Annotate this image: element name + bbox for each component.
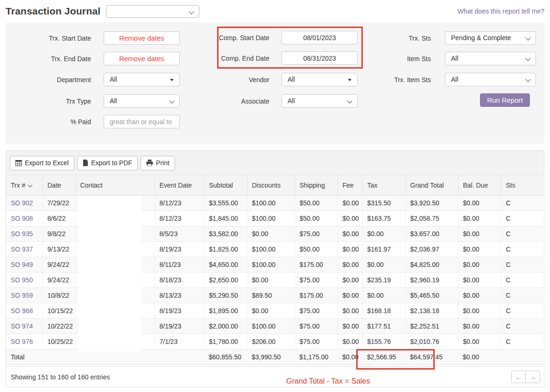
- table-cell: $175.00: [295, 287, 338, 303]
- table-cell: $0.00: [338, 287, 362, 303]
- table-cell: $100.00: [247, 318, 295, 334]
- associate-select[interactable]: All: [282, 94, 358, 108]
- chevron-down-icon: [525, 35, 530, 40]
- run-report-button[interactable]: Run Report: [480, 93, 530, 107]
- table-cell: $315.50: [362, 195, 405, 210]
- column-header-tax[interactable]: Tax: [362, 175, 405, 195]
- table-cell: 8/18/23: [155, 272, 204, 287]
- table-cell: C: [501, 334, 545, 349]
- table-cell: $2,138.18: [405, 303, 458, 318]
- trx-number-link[interactable]: SO 949: [11, 261, 33, 268]
- trx-type-value: All: [110, 97, 117, 105]
- column-header-subtotal[interactable]: Subtotal: [204, 175, 247, 195]
- table-cell: 7/29/22: [42, 195, 75, 210]
- column-header-date[interactable]: Date: [42, 175, 75, 195]
- table-cell: $155.76: [362, 334, 405, 349]
- trx-number-link[interactable]: SO 968: [11, 307, 33, 315]
- total-value-cell: $3,990.50: [247, 349, 295, 364]
- remove-end-dates-button[interactable]: Remove dates: [104, 52, 180, 65]
- remove-start-dates-button[interactable]: Remove dates: [104, 31, 180, 45]
- table-cell: $0.00: [247, 303, 295, 318]
- next-page-button[interactable]: →: [526, 371, 540, 383]
- table-cell: $175.00: [295, 257, 338, 272]
- table-cell: 10/22/22: [42, 318, 75, 334]
- chevron-down-icon: [169, 98, 174, 103]
- table-cell: 7/1/23: [155, 334, 204, 349]
- table-cell: 10/15/22: [42, 303, 75, 318]
- export-excel-button[interactable]: Export to Excel: [10, 156, 74, 170]
- table-cell: $0.00: [458, 334, 501, 349]
- trx-number-link[interactable]: SO 937: [11, 245, 33, 253]
- export-pdf-button[interactable]: Export to PDF: [77, 156, 138, 170]
- total-value-cell: [501, 349, 545, 364]
- column-header-label: Tax: [367, 182, 378, 189]
- previous-page-button[interactable]: ←: [511, 371, 526, 383]
- print-button[interactable]: Print: [141, 156, 175, 170]
- trx-number-link[interactable]: SO 976: [11, 338, 33, 345]
- table-cell: $5,465.50: [405, 287, 458, 303]
- table-cell: $3,582.00: [204, 226, 247, 241]
- vendor-value: All: [288, 76, 295, 83]
- table-cell: $75.00: [295, 303, 338, 318]
- report-type-select[interactable]: [106, 5, 199, 18]
- chevron-down-icon: [525, 56, 530, 61]
- table-cell: 10/8/22: [42, 287, 75, 303]
- percent-paid-input[interactable]: [104, 115, 180, 128]
- comp-end-date-label: Comp. End Date: [183, 51, 269, 65]
- arrow-right-icon: →: [529, 373, 536, 381]
- column-header-shipping[interactable]: Shipping: [295, 175, 338, 195]
- trx-number-cell: SO 949: [6, 257, 42, 272]
- trx-sts-select[interactable]: Pending & Complete: [445, 31, 536, 45]
- department-value: All: [110, 76, 117, 83]
- vendor-label: Vendor: [183, 73, 269, 87]
- table-cell: 8/12/23: [155, 210, 204, 226]
- table-cell: $0.00: [362, 287, 405, 303]
- table-cell: $2,010.76: [405, 334, 458, 349]
- trx-type-select[interactable]: All: [104, 94, 180, 108]
- table-cell: $206.00: [247, 334, 295, 349]
- column-header-discounts[interactable]: Discounts: [247, 175, 295, 195]
- trx-number-link[interactable]: SO 950: [11, 276, 33, 284]
- arrow-left-icon: ←: [515, 373, 522, 381]
- table-cell: C: [501, 241, 545, 257]
- trx-number-link[interactable]: SO 974: [11, 322, 33, 330]
- trx-number-cell: SO 959: [6, 287, 42, 303]
- table-cell: $75.00: [295, 272, 338, 287]
- table-cell: $1,780.00: [204, 334, 247, 349]
- item-sts-select[interactable]: All: [445, 52, 536, 65]
- trx-item-sts-select[interactable]: All: [445, 73, 536, 86]
- column-header-trx[interactable]: Trx #: [6, 175, 42, 195]
- table-cell: $163.75: [362, 210, 405, 226]
- table-cell: $161.97: [362, 241, 405, 257]
- trx-number-link[interactable]: SO 935: [11, 230, 33, 238]
- table-cell: $0.00: [458, 272, 501, 287]
- pagination: ← →: [511, 371, 540, 383]
- table-cell: 8/19/23: [155, 303, 204, 318]
- report-help-link[interactable]: What does this report tell me?: [458, 7, 544, 15]
- trx-number-link[interactable]: SO 902: [11, 199, 33, 207]
- trx-type-label: Trx Type: [6, 94, 91, 108]
- contact-redaction-overlay: [78, 196, 141, 351]
- trx-number-link[interactable]: SO 908: [11, 215, 33, 222]
- column-header-label: Contact: [80, 182, 103, 189]
- excel-table-icon: [15, 160, 22, 166]
- table-cell: 10/25/22: [42, 334, 75, 349]
- caret-down-icon: [170, 79, 174, 81]
- trx-sts-value: Pending & Complete: [451, 34, 511, 42]
- formula-annotation-text: Grand Total - Tax = Sales: [286, 377, 370, 385]
- department-dropdown[interactable]: All: [104, 73, 180, 86]
- table-cell: C: [501, 210, 545, 226]
- column-header-label: Bal. Due: [463, 182, 488, 189]
- table-cell: $100.00: [247, 195, 295, 210]
- trx-number-link[interactable]: SO 959: [11, 292, 33, 299]
- table-cell: $5,290.50: [204, 287, 247, 303]
- table-cell: C: [501, 257, 545, 272]
- column-header-sts[interactable]: Sts: [501, 175, 545, 195]
- column-header-label: Trx #: [11, 182, 25, 189]
- column-header-event-date[interactable]: Event Date: [155, 175, 204, 195]
- column-header-fee[interactable]: Fee: [338, 175, 362, 195]
- column-header-grand-total[interactable]: Grand Total: [405, 175, 458, 195]
- table-cell: $0.00: [338, 272, 362, 287]
- column-header-contact[interactable]: Contact: [75, 175, 155, 195]
- column-header-bal-due[interactable]: Bal. Due: [458, 175, 501, 195]
